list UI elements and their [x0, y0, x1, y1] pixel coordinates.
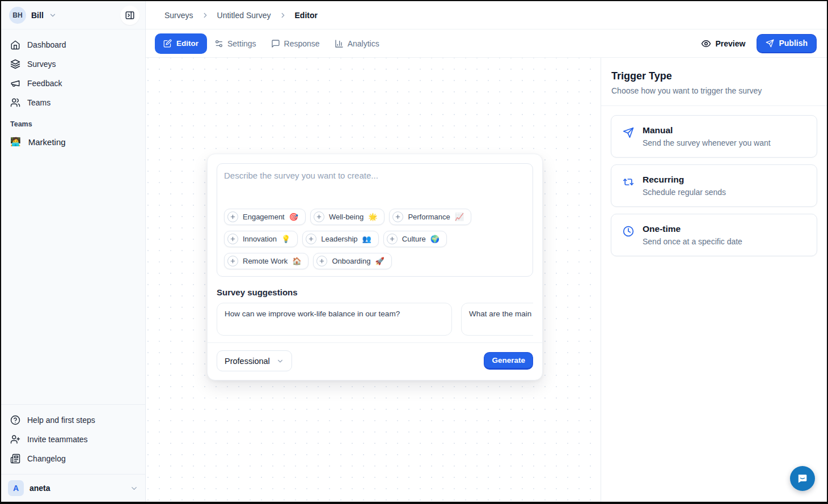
sidebar-item-surveys[interactable]: Surveys	[6, 54, 141, 74]
chip-engagement[interactable]: Engagement 🎯	[224, 209, 306, 225]
sidebar-item-changelog[interactable]: Changelog	[6, 449, 141, 468]
sidebar-item-label: Changelog	[27, 454, 66, 463]
sidebar-item-label: Dashboard	[27, 40, 66, 49]
sidebar-item-label: Teams	[27, 98, 50, 107]
workspace-switcher[interactable]: BH Bill	[1, 1, 145, 29]
sidebar-item-label: Invite teammates	[27, 435, 88, 444]
chip-onboarding[interactable]: Onboarding 🚀	[313, 253, 391, 269]
suggestion-card[interactable]: How can we improve work-life balance in …	[217, 303, 452, 336]
suggestion-card[interactable]: What are the main ob	[461, 303, 533, 336]
account-menu[interactable]: A aneta	[1, 474, 145, 502]
trigger-option-title: Manual	[643, 125, 771, 135]
tab-response[interactable]: Response	[264, 33, 327, 54]
repeat-icon	[623, 176, 634, 188]
trigger-option-recurring[interactable]: Recurring Schedule regular sends	[611, 164, 817, 207]
settings-sliders-icon	[214, 39, 223, 48]
bar-chart-icon	[335, 39, 344, 48]
breadcrumb-surveys[interactable]: Surveys	[164, 11, 193, 20]
tab-settings[interactable]: Settings	[207, 33, 264, 54]
trigger-option-title: One-time	[643, 224, 742, 234]
busts-emoji-icon: 👥	[362, 235, 371, 243]
chip-well-being[interactable]: Well-being 🌟	[310, 209, 385, 225]
sidebar-footer-nav: Help and first steps Invite teammates Ch…	[1, 404, 145, 474]
panel-subtitle: Choose how you want to trigger the surve…	[611, 86, 817, 95]
generate-button[interactable]: Generate	[484, 352, 533, 370]
generator-footer: Professional Generate	[208, 342, 542, 380]
house-emoji-icon: 🏠	[292, 257, 301, 265]
send-icon	[623, 127, 634, 138]
preview-label: Preview	[716, 39, 746, 48]
chevron-right-icon	[279, 11, 287, 19]
breadcrumb-editor: Editor	[295, 11, 318, 20]
megaphone-icon	[10, 78, 20, 88]
chip-innovation[interactable]: Innovation 💡	[224, 231, 298, 247]
editor-canvas[interactable]: Engagement 🎯 Well-being 🌟 Performance 📈	[146, 58, 601, 502]
home-icon	[10, 40, 20, 50]
sidebar-item-dashboard[interactable]: Dashboard	[6, 35, 141, 54]
layers-icon	[10, 59, 20, 69]
plus-icon	[387, 234, 398, 244]
tone-value: Professional	[225, 357, 270, 366]
preview-button[interactable]: Preview	[701, 39, 746, 49]
dart-emoji-icon: 🎯	[289, 213, 298, 221]
panel-right-icon	[125, 10, 135, 20]
sidebar-item-label: Help and first steps	[27, 416, 95, 425]
sidebar-item-help[interactable]: Help and first steps	[6, 410, 141, 430]
chip-label: Remote Work	[243, 257, 288, 265]
chip-label: Onboarding	[332, 257, 370, 265]
trigger-option-text: Recurring Schedule regular sends	[643, 175, 726, 197]
topic-chips: Engagement 🎯 Well-being 🌟 Performance 📈	[224, 209, 526, 269]
plus-icon	[392, 211, 403, 222]
publish-button[interactable]: Publish	[757, 34, 817, 53]
sidebar-item-feedback[interactable]: Feedback	[6, 74, 141, 93]
sidebar-item-invite[interactable]: Invite teammates	[6, 430, 141, 449]
sidebar-item-marketing[interactable]: 🧑‍💻 Marketing	[1, 132, 145, 152]
tone-select[interactable]: Professional	[217, 350, 292, 371]
chevron-down-icon	[49, 11, 57, 19]
plus-icon	[316, 256, 327, 266]
trigger-option-one-time[interactable]: One-time Send once at a specific date	[611, 214, 817, 256]
star-emoji-icon: 🌟	[368, 213, 377, 221]
chip-label: Engagement	[243, 213, 285, 221]
trigger-options: Manual Send the survey whenever you want…	[601, 106, 827, 265]
sidebar-item-label: Feedback	[27, 79, 62, 88]
sidebar-spacer	[1, 152, 145, 404]
sidebar-section-teams-label: Teams	[1, 112, 145, 132]
prompt-box[interactable]: Engagement 🎯 Well-being 🌟 Performance 📈	[217, 163, 533, 277]
user-plus-icon	[10, 434, 20, 444]
sidebar: BH Bill Dashboard Surveys	[1, 1, 146, 502]
chip-remote-work[interactable]: Remote Work 🏠	[224, 253, 309, 269]
chevron-down-icon	[130, 484, 138, 493]
toolbar-actions: Preview Publish	[701, 34, 817, 53]
eye-icon	[701, 39, 711, 49]
clock-icon	[623, 226, 634, 237]
breadcrumb: Surveys Untitled Survey Editor	[146, 1, 827, 29]
trigger-option-description: Send the survey whenever you want	[643, 138, 771, 147]
chip-performance[interactable]: Performance 📈	[389, 209, 471, 225]
panel-title: Trigger Type	[611, 70, 817, 82]
chat-launcher-button[interactable]	[790, 466, 815, 491]
send-icon	[766, 39, 774, 48]
technologist-emoji-icon: 🧑‍💻	[10, 137, 21, 147]
chip-label: Leadership	[321, 235, 357, 243]
rocket-emoji-icon: 🚀	[375, 257, 384, 265]
breadcrumb-untitled-survey[interactable]: Untitled Survey	[217, 11, 271, 20]
trigger-option-manual[interactable]: Manual Send the survey whenever you want	[611, 115, 817, 158]
sidebar-item-teams[interactable]: Teams	[6, 93, 141, 112]
plus-icon	[227, 211, 238, 222]
chip-culture[interactable]: Culture 🌍	[383, 231, 447, 247]
account-name: aneta	[29, 484, 50, 493]
tab-analytics[interactable]: Analytics	[327, 33, 387, 54]
tab-label: Settings	[227, 39, 256, 48]
chip-leadership[interactable]: Leadership 👥	[302, 231, 379, 247]
plus-icon	[306, 234, 316, 244]
publish-label: Publish	[779, 39, 808, 48]
plus-icon	[227, 256, 238, 266]
users-icon	[10, 98, 20, 108]
tab-editor[interactable]: Editor	[155, 33, 207, 54]
sidebar-toggle-button[interactable]	[120, 6, 140, 25]
survey-description-input[interactable]	[224, 171, 526, 209]
trigger-option-description: Send once at a specific date	[643, 237, 742, 246]
chip-label: Innovation	[243, 235, 277, 243]
account-avatar: A	[8, 480, 24, 496]
